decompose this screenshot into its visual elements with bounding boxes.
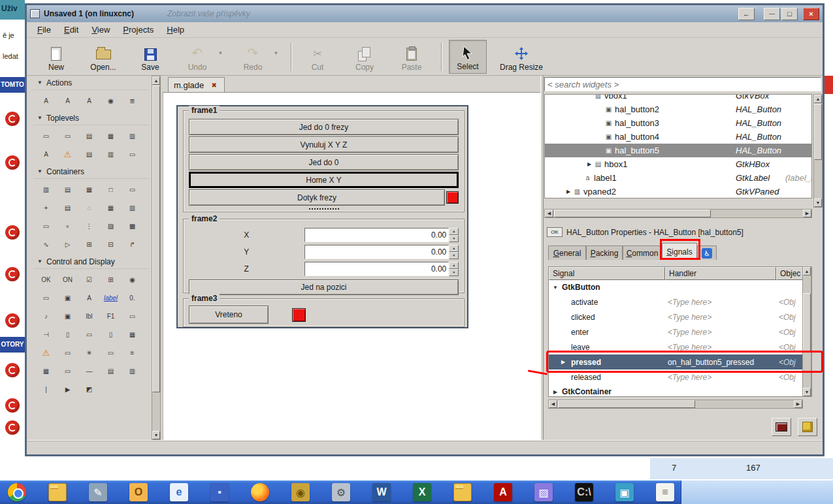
taskbar-icon[interactable]: A xyxy=(494,483,512,501)
open-button[interactable]: Open... xyxy=(84,40,122,74)
palette-widget-icon[interactable]: ✳ xyxy=(78,343,100,362)
rollup-button[interactable] xyxy=(738,8,755,20)
palette-widget-icon[interactable]: ♪ xyxy=(35,307,57,325)
tab-packing[interactable]: Packing xyxy=(586,245,623,260)
design-surface[interactable]: frame1 Jed do 0 frezy xyxy=(163,93,540,440)
spin-value[interactable]: 0.00 xyxy=(304,228,449,242)
palette-widget-icon[interactable]: | xyxy=(35,380,57,398)
tree-row[interactable]: ▣ hal_button4 HAL_Button xyxy=(545,130,811,144)
palette-widget-icon[interactable]: ⊞ xyxy=(100,270,122,289)
taskbar-icon[interactable]: ▪ xyxy=(210,483,229,501)
tab-common[interactable]: Common xyxy=(623,245,662,260)
taskbar-icon[interactable]: ✎ xyxy=(89,483,107,501)
palette-widget-icon[interactable]: ▤ xyxy=(78,145,100,163)
palette-section-actions[interactable]: Actions xyxy=(33,76,150,90)
minimize-button[interactable] xyxy=(764,8,780,20)
palette-widget-icon[interactable]: ⊟ xyxy=(100,235,122,253)
taskbar-icon[interactable]: W xyxy=(372,483,391,501)
edit-button[interactable] xyxy=(798,418,817,436)
palette-widget-icon[interactable]: ▥ xyxy=(35,180,57,198)
undo-dropdown-arrow[interactable] xyxy=(216,40,225,66)
palette-widget-icon[interactable]: ▦ xyxy=(100,127,122,145)
taskbar-icon[interactable]: ≡ xyxy=(656,483,674,501)
spin-buttons[interactable] xyxy=(449,245,459,259)
spin-up-icon[interactable] xyxy=(449,262,459,269)
frame1[interactable]: frame1 Jed do 0 frezy xyxy=(183,110,465,212)
new-button[interactable]: New xyxy=(37,40,75,74)
close-tab-icon[interactable] xyxy=(209,80,219,90)
redo-button[interactable]: Redo xyxy=(234,40,272,74)
palette-widget-icon[interactable]: A xyxy=(35,145,57,163)
palette-widget-icon[interactable]: 0. xyxy=(122,289,143,307)
menu-item[interactable]: File xyxy=(31,23,57,37)
palette-widget-icon[interactable]: F1 xyxy=(100,307,122,325)
expander-icon[interactable] xyxy=(564,189,572,195)
palette-widget-icon[interactable]: ▦ xyxy=(35,362,57,380)
maximize-button[interactable] xyxy=(781,8,798,20)
signal-object[interactable]: <Obj xyxy=(779,313,796,322)
menu-item[interactable]: Projects xyxy=(116,23,160,37)
palette-widget-icon[interactable]: ▯ xyxy=(100,325,122,343)
palette-widget-icon[interactable]: ▩ xyxy=(122,217,143,235)
signal-handler[interactable]: <Type here> xyxy=(668,298,711,307)
palette-widget-icon[interactable]: ▭ xyxy=(35,289,57,307)
palette-widget-icon[interactable]: OK xyxy=(35,270,57,289)
palette-widget-icon[interactable]: ▭ xyxy=(100,343,122,362)
paste-button[interactable]: Paste xyxy=(393,40,431,74)
palette-widget-icon[interactable]: ◉ xyxy=(122,270,143,289)
taskbar-icon[interactable]: X xyxy=(413,483,431,501)
signal-object[interactable]: <Obj xyxy=(779,328,796,337)
column-handler[interactable]: Handler xyxy=(665,267,776,280)
palette-widget-icon[interactable]: ∘ xyxy=(57,217,78,235)
document-tab[interactable]: m.glade xyxy=(168,77,225,92)
palette-widget-icon[interactable]: ▭ xyxy=(57,362,78,380)
hal-button[interactable]: Jed na pozici xyxy=(189,279,459,295)
spin-down-icon[interactable] xyxy=(449,252,459,259)
taskbar-icon[interactable] xyxy=(251,483,269,501)
palette-widget-icon[interactable]: ↱ xyxy=(122,235,143,253)
tab-general[interactable]: General xyxy=(548,245,586,260)
help-button[interactable] xyxy=(772,418,791,436)
hal-led[interactable] xyxy=(292,308,306,322)
palette-widget-icon[interactable]: ⚠ xyxy=(57,145,78,163)
palette-widget-icon[interactable]: ⋮ xyxy=(78,217,100,235)
expander-icon[interactable] xyxy=(585,161,593,167)
palette-widget-icon[interactable]: ▯ xyxy=(57,325,78,343)
palette-widget-icon[interactable]: ▭ xyxy=(57,343,78,362)
taskbar-icon[interactable]: C:\ xyxy=(575,483,593,501)
tree-row[interactable]: a label1 GtkLabel (label_ite xyxy=(545,171,811,185)
tree-row[interactable]: ▣ hal_button3 HAL_Button xyxy=(545,116,811,130)
palette-widget-icon[interactable]: ▤ xyxy=(57,180,78,198)
redo-dropdown-arrow[interactable] xyxy=(272,40,280,66)
taskbar-icon[interactable]: ▣ xyxy=(615,483,634,501)
taskbar-icon[interactable] xyxy=(453,483,472,501)
signal-handler[interactable]: <Type here> xyxy=(668,313,711,322)
frame2[interactable]: frame2 X 0.00 xyxy=(183,219,465,293)
drag-resize-button[interactable]: Drag Resize xyxy=(496,40,547,74)
palette-widget-icon[interactable]: ◉ xyxy=(100,91,122,110)
hal-button[interactable]: Home X Y xyxy=(189,172,459,188)
palette-widget-icon[interactable]: ∿ xyxy=(35,235,57,253)
taskbar-icon[interactable]: O xyxy=(129,483,148,501)
palette-widget-icon[interactable]: ⚠ xyxy=(35,343,57,362)
signals-scrollbar-horizontal[interactable]: ◀ ▶ xyxy=(548,400,803,409)
tree-row[interactable]: ▣ hal_button5 HAL_Button xyxy=(545,144,811,157)
taskbar-icon[interactable]: ⚙ xyxy=(332,483,350,501)
hal-button[interactable]: Vreteno xyxy=(189,306,269,324)
tree-row[interactable]: ▣ hal_button2 HAL_Button xyxy=(545,102,811,116)
spin-up-icon[interactable] xyxy=(449,228,459,235)
palette-widget-icon[interactable]: ▥ xyxy=(122,362,143,380)
palette-widget-icon[interactable]: ▭ xyxy=(35,127,57,145)
palette-widget-icon[interactable]: + xyxy=(35,198,57,217)
palette-widget-icon[interactable]: lbl xyxy=(78,307,100,325)
signal-object[interactable]: <Obj xyxy=(779,373,796,382)
hal-button[interactable]: Jed do 0 xyxy=(189,154,459,170)
spin-down-icon[interactable] xyxy=(449,269,459,276)
hal-button[interactable]: Vynuluj X Y Z xyxy=(189,136,459,153)
palette-widget-icon[interactable]: ▦ xyxy=(122,325,143,343)
palette-widget-icon[interactable]: ▥ xyxy=(100,145,122,163)
taskbar-icon[interactable]: ▨ xyxy=(534,483,553,501)
tree-scrollbar-vertical[interactable]: ▲ ▼ xyxy=(813,94,823,208)
palette-widget-icon[interactable]: ▭ xyxy=(122,145,143,163)
signal-group-gtkcontainer[interactable]: GtkContainer xyxy=(549,385,811,397)
